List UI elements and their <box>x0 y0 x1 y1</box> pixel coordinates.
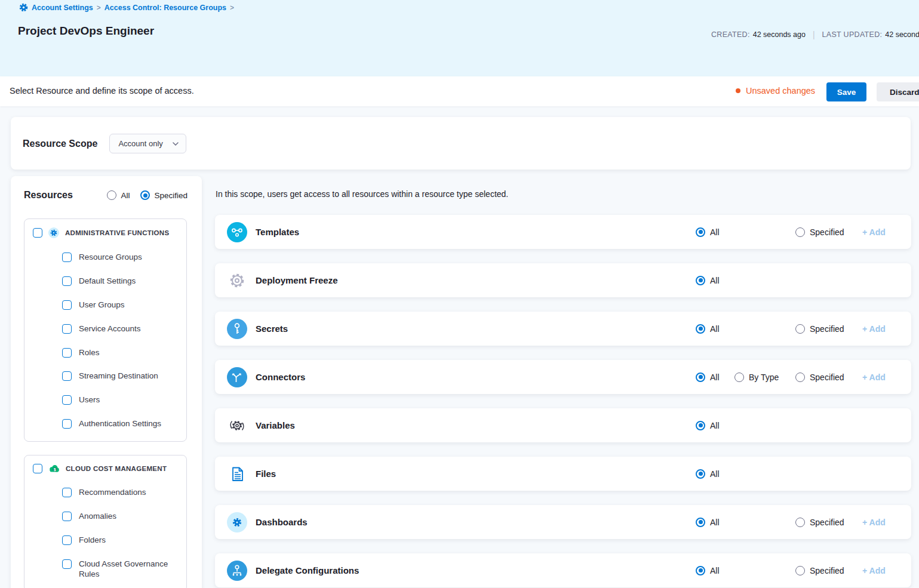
item-label: Default Settings <box>79 276 136 287</box>
resource-label: Files <box>256 469 276 479</box>
sidebar-item-user-groups[interactable]: User Groups <box>62 300 179 310</box>
add-button[interactable]: + Add <box>862 566 886 575</box>
group-header[interactable]: ADMINISTRATIVE FUNCTIONS <box>33 227 179 238</box>
sidebar-item-authentication-settings[interactable]: Authentication Settings <box>62 419 179 429</box>
meta-info: CREATED: 42 seconds ago | LAST UPDATED: … <box>711 30 919 39</box>
created-label: CREATED: <box>711 30 750 39</box>
variables-icon <box>227 415 247 436</box>
checkbox-icon[interactable] <box>62 276 72 286</box>
breadcrumb-account-settings[interactable]: Account Settings <box>32 4 93 12</box>
resource-scope-dropdown[interactable]: Account only <box>109 134 186 153</box>
add-button[interactable]: + Add <box>862 518 886 527</box>
item-label: User Groups <box>79 300 125 310</box>
unsaved-changes-label: Unsaved changes <box>746 86 815 96</box>
sidebar-item-cloud-asset-governance-rules[interactable]: Cloud Asset Governance Rules <box>62 559 179 580</box>
checkbox-icon[interactable] <box>62 535 72 545</box>
resource-scope-card: Resource Scope Account only <box>11 117 911 170</box>
sidebar-item-streaming-destination[interactable]: Streaming Destination <box>62 371 179 381</box>
radio-all[interactable]: All <box>696 276 720 285</box>
row-deployment-freeze: Deployment Freeze All <box>215 263 911 297</box>
item-label: Folders <box>79 535 106 546</box>
resource-rows: Templates All Specified + Add Deployment… <box>215 215 911 588</box>
option-label: Specified <box>810 566 844 575</box>
checkbox-icon[interactable] <box>62 300 72 310</box>
radio-all[interactable]: All <box>696 566 720 575</box>
radio-specified[interactable]: Specified <box>795 518 844 527</box>
group-header[interactable]: $ CLOUD COST MANAGEMENT <box>33 464 179 473</box>
option-label: Specified <box>810 227 844 237</box>
resource-label: Dashboards <box>256 517 308 527</box>
resources-panel: Resources All Specified ADMINISTRATI <box>11 176 202 588</box>
sidebar-item-resource-groups[interactable]: Resource Groups <box>62 253 179 263</box>
radio-icon <box>795 566 805 575</box>
group-checkbox[interactable] <box>33 228 42 238</box>
radio-all[interactable]: All <box>696 324 720 334</box>
sidebar-item-roles[interactable]: Roles <box>62 348 179 358</box>
radio-specified[interactable]: Specified <box>795 227 844 237</box>
row-connectors: Connectors All By Type Specified + Add <box>215 360 911 394</box>
sidebar-item-service-accounts[interactable]: Service Accounts <box>62 324 179 334</box>
checkbox-icon[interactable] <box>62 559 72 569</box>
radio-icon <box>795 372 805 382</box>
resources-radio-all[interactable]: All <box>107 190 130 200</box>
radio-all[interactable]: All <box>696 372 720 382</box>
breadcrumb-separator: > <box>97 4 101 12</box>
option-label: All <box>710 518 720 527</box>
page-title: Project DevOps Engineer <box>18 24 154 38</box>
radio-all[interactable]: All <box>696 421 720 430</box>
option-label: All <box>710 469 720 479</box>
sidebar-item-folders[interactable]: Folders <box>62 535 179 546</box>
add-button[interactable]: + Add <box>862 324 886 334</box>
checkbox-icon[interactable] <box>62 324 72 334</box>
files-icon <box>227 464 247 484</box>
sidebar-item-users[interactable]: Users <box>62 395 179 405</box>
radio-icon <box>696 372 705 382</box>
radio-icon <box>696 518 705 527</box>
sidebar-item-anomalies[interactable]: Anomalies <box>62 512 179 522</box>
group-checkbox[interactable] <box>33 464 42 473</box>
option-label: All <box>710 566 720 575</box>
checkbox-icon[interactable] <box>62 395 72 405</box>
checkbox-icon[interactable] <box>62 348 72 358</box>
radio-all[interactable]: All <box>696 469 720 479</box>
radio-all[interactable]: All <box>696 518 720 527</box>
resource-label: Secrets <box>256 324 288 334</box>
option-label: Specified <box>810 372 844 382</box>
breadcrumb-resource-groups[interactable]: Access Control: Resource Groups <box>104 4 226 12</box>
radio-specified[interactable]: Specified <box>795 324 844 334</box>
radio-icon <box>696 276 705 285</box>
secrets-icon <box>227 319 247 339</box>
last-updated-value: 42 seconds ago <box>885 30 919 39</box>
unsaved-dot-icon <box>736 88 740 93</box>
checkbox-icon[interactable] <box>62 419 72 429</box>
resources-radio-specified[interactable]: Specified <box>140 190 188 200</box>
resource-label: Deployment Freeze <box>256 275 338 285</box>
checkbox-icon[interactable] <box>62 371 72 381</box>
toolbar: Select Resource and define its scope of … <box>0 76 919 106</box>
radio-specified[interactable]: Specified <box>795 372 844 382</box>
radio-by-type[interactable]: By Type <box>734 372 779 382</box>
sidebar-item-default-settings[interactable]: Default Settings <box>62 276 179 287</box>
option-label: All <box>710 421 720 430</box>
created-value: 42 seconds ago <box>753 30 806 39</box>
radio-all[interactable]: All <box>696 227 720 237</box>
option-label: All <box>710 227 720 237</box>
checkbox-icon[interactable] <box>62 253 72 262</box>
checkbox-icon[interactable] <box>62 488 72 497</box>
checkbox-icon[interactable] <box>62 512 72 521</box>
option-label: All <box>710 372 720 382</box>
delegate-configurations-icon <box>227 561 247 581</box>
item-label: Service Accounts <box>79 324 141 334</box>
radio-icon <box>696 421 705 430</box>
add-button[interactable]: + Add <box>862 372 886 382</box>
sidebar-item-recommendations[interactable]: Recommendations <box>62 488 179 498</box>
discard-button[interactable]: Discard <box>877 82 919 101</box>
add-button[interactable]: + Add <box>862 227 886 237</box>
radio-specified[interactable]: Specified <box>795 566 844 575</box>
row-variables: Variables All <box>215 408 911 442</box>
option-label: Specified <box>810 518 844 527</box>
save-button[interactable]: Save <box>826 82 866 101</box>
row-templates: Templates All Specified + Add <box>215 215 911 249</box>
group-label: ADMINISTRATIVE FUNCTIONS <box>65 229 169 236</box>
access-control-page: Account Settings > Access Control: Resou… <box>0 0 919 588</box>
